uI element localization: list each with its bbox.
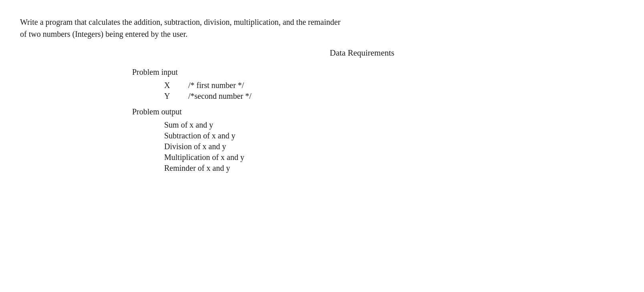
output-items-list: Sum of x and y Subtraction of x and y Di…: [164, 120, 624, 173]
data-requirements-title: Data Requirements: [100, 48, 624, 58]
output-division: Division of x and y: [164, 142, 624, 151]
output-reminder: Reminder of x and y: [164, 164, 624, 173]
comment-x: /* first number */: [188, 81, 244, 90]
input-item-y: Y /*second number */: [164, 92, 624, 101]
problem-section: Problem input X /* first number */ Y /*s…: [132, 68, 624, 173]
input-item-x: X /* first number */: [164, 81, 624, 90]
var-x: X: [164, 81, 188, 90]
input-items-list: X /* first number */ Y /*second number *…: [164, 81, 624, 101]
problem-input-label: Problem input: [132, 68, 624, 77]
output-multiplication: Multiplication of x and y: [164, 153, 624, 162]
intro-line2: of two numbers (Integers) being entered …: [20, 30, 187, 38]
intro-line1: Write a program that calculates the addi…: [20, 18, 340, 26]
problem-output-label: Problem output: [132, 107, 624, 116]
var-y: Y: [164, 92, 188, 101]
output-subtraction: Subtraction of x and y: [164, 131, 624, 140]
data-requirements-section: Data Requirements Problem input X /* fir…: [20, 48, 624, 173]
comment-y: /*second number */: [188, 92, 252, 101]
output-sum: Sum of x and y: [164, 120, 624, 130]
intro-paragraph: Write a program that calculates the addi…: [20, 16, 461, 40]
